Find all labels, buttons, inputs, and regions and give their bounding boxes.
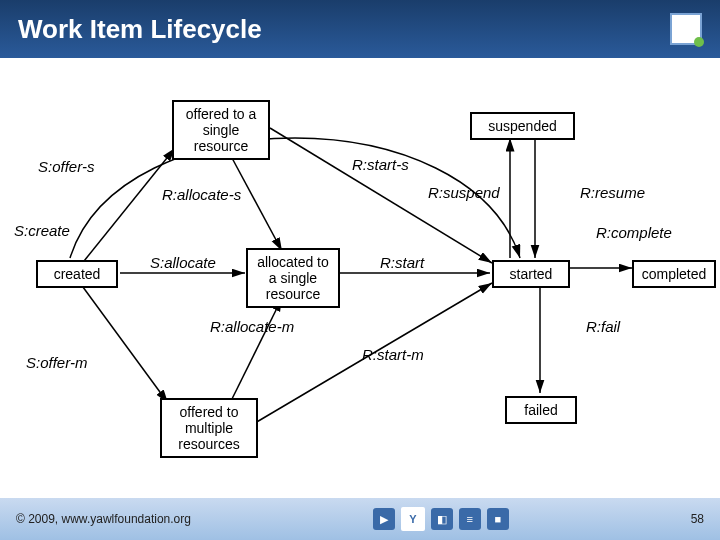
edge-start-s: R:start-s xyxy=(352,156,409,173)
slide-footer: © 2009, www.yawlfoundation.org ▶ Y ◧ ≡ ■… xyxy=(0,498,720,540)
state-suspended: suspended xyxy=(470,112,575,140)
footer-page-number: 58 xyxy=(691,512,704,526)
state-started: started xyxy=(492,260,570,288)
edge-start: R:start xyxy=(380,254,424,271)
footer-icon-b: ≡ xyxy=(459,508,481,530)
footer-icon-group: ▶ Y ◧ ≡ ■ xyxy=(373,507,509,531)
edge-allocate-s: R:allocate-s xyxy=(162,186,241,203)
edge-fail: R:fail xyxy=(586,318,620,335)
edge-suspend: R:suspend xyxy=(428,184,500,201)
state-offered-single: offered to a single resource xyxy=(172,100,270,160)
yawl-mini-logo-icon: Y xyxy=(401,507,425,531)
slide-header: Work Item Lifecycle xyxy=(0,0,720,58)
edge-start-m: R:start-m xyxy=(362,346,424,363)
footer-copyright: © 2009, www.yawlfoundation.org xyxy=(16,512,191,526)
footer-icon-a: ◧ xyxy=(431,508,453,530)
edge-offer-s: S:offer-s xyxy=(38,158,94,175)
state-completed: completed xyxy=(632,260,716,288)
state-created: created xyxy=(36,260,118,288)
state-offered-multiple: offered to multiple resources xyxy=(160,398,258,458)
edge-resume: R:resume xyxy=(580,184,645,201)
edge-complete: R:complete xyxy=(596,224,672,241)
stop-icon: ■ xyxy=(487,508,509,530)
slide-title: Work Item Lifecycle xyxy=(18,14,262,45)
svg-line-3 xyxy=(232,158,282,251)
edge-create: S:create xyxy=(14,222,70,239)
state-failed: failed xyxy=(505,396,577,424)
state-allocated-single: allocated to a single resource xyxy=(246,248,340,308)
edge-allocate: S:allocate xyxy=(150,254,216,271)
yawl-logo-icon xyxy=(670,13,702,45)
edge-allocate-m: R:allocate-m xyxy=(210,318,294,335)
svg-line-5 xyxy=(230,298,282,403)
diagram-stage: offered to a single resource suspended c… xyxy=(0,58,720,498)
play-icon: ▶ xyxy=(373,508,395,530)
edge-offer-m: S:offer-m xyxy=(26,354,87,371)
svg-line-2 xyxy=(80,283,168,403)
